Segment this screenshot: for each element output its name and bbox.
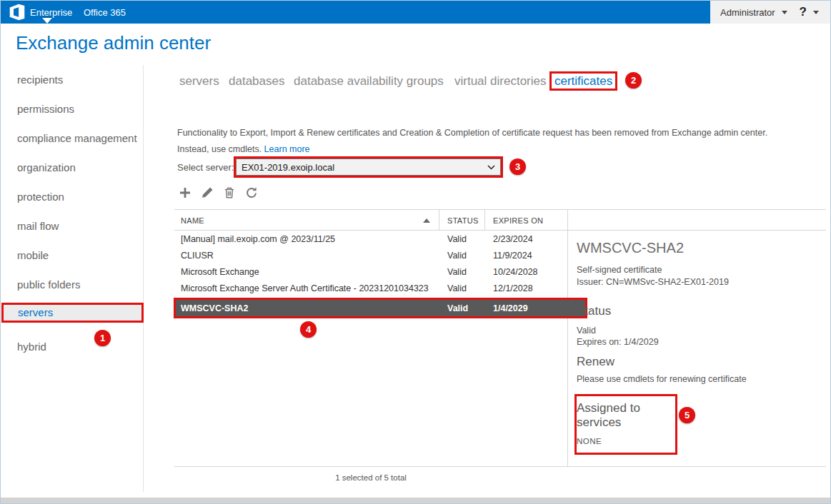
- assigned-to-services-heading: Assigned to services: [577, 401, 675, 430]
- tab-virtual-directories[interactable]: virtual directories: [454, 71, 547, 91]
- learn-more-link[interactable]: Learn more: [264, 144, 310, 154]
- table-row[interactable]: Microsoft Exchange Valid 10/24/2028: [174, 263, 567, 280]
- cert-expires: 2/23/2024: [493, 234, 567, 244]
- server-select-dropdown[interactable]: EX01-2019.exoip.local: [236, 158, 501, 176]
- help-caret-icon[interactable]: [813, 11, 819, 14]
- exchange-admin-center-window: Enterprise Office 365 Administrator ? Ex…: [0, 0, 831, 504]
- administrator-caret-icon[interactable]: [782, 11, 787, 14]
- table-row[interactable]: [Manual] mail.exoip.com @ 2023/11/25 Val…: [174, 231, 567, 247]
- annotation-box-assigned-to-services: Assigned to services NONE: [574, 394, 677, 455]
- sidebar-item-protection[interactable]: protection: [1, 182, 143, 211]
- cert-name: Microsoft Exchange Server Auth Certifica…: [174, 283, 447, 293]
- cert-status: Valid: [447, 303, 493, 313]
- office-logo-icon: [9, 4, 26, 21]
- add-icon[interactable]: [177, 185, 193, 201]
- details-status-heading: Status: [577, 304, 611, 318]
- tab-database-availability-groups[interactable]: database availability groups: [294, 71, 444, 91]
- tab-databases[interactable]: databases: [229, 71, 284, 91]
- sidebar-item-mail-flow[interactable]: mail flow: [1, 211, 143, 241]
- cert-status: Valid: [447, 283, 493, 293]
- cert-expires: 1/4/2029: [493, 303, 585, 313]
- user-area: Administrator ?: [710, 1, 829, 24]
- enterprise-selected-caret-icon: [42, 18, 52, 24]
- annotation-badge-1: 1: [94, 330, 111, 346]
- details-issuer: Issuer: CN=WMSvc-SHA2-EX01-2019: [577, 277, 729, 287]
- cert-expires: 11/9/2024: [493, 251, 567, 261]
- annotation-badge-3: 3: [509, 158, 526, 175]
- table-bottom-border: [174, 466, 826, 467]
- cert-status: Valid: [447, 267, 493, 277]
- cert-status: Valid: [447, 251, 493, 261]
- annotation-box-server-picker: EX01-2019.exoip.local: [234, 156, 503, 178]
- cert-expires: 12/1/2028: [493, 283, 567, 293]
- column-divider: [439, 210, 439, 230]
- table-row[interactable]: CLIUSR Valid 11/9/2024: [174, 247, 567, 263]
- sidebar-nav: recipients permissions compliance manage…: [1, 65, 144, 492]
- details-cert-type: Self-signed certificate: [577, 265, 662, 275]
- annotation-badge-4: 4: [300, 321, 317, 338]
- table-header: NAME STATUS EXPIRES ON: [174, 209, 826, 231]
- certificates-toolbar: [177, 185, 259, 201]
- chevron-down-icon: [487, 165, 495, 170]
- sidebar-item-organization[interactable]: organization: [1, 153, 143, 182]
- sidebar-item-recipients[interactable]: recipients: [1, 65, 143, 94]
- help-icon[interactable]: ?: [800, 5, 807, 19]
- assigned-to-services-value: NONE: [577, 437, 675, 445]
- details-title: WMSCVC-SHA2: [577, 240, 684, 256]
- tab-certificates[interactable]: certificates: [549, 71, 617, 91]
- refresh-icon[interactable]: [244, 185, 259, 201]
- details-renew-note: Please use cmdlets for renewing certific…: [577, 374, 747, 384]
- certificates-list: [Manual] mail.exoip.com @ 2023/11/25 Val…: [174, 231, 567, 318]
- cert-expires: 10/24/2028: [493, 267, 567, 277]
- table-row-selected[interactable]: WMSCVC-SHA2 Valid 1/4/2029: [176, 300, 585, 316]
- cert-name: WMSCVC-SHA2: [176, 303, 447, 313]
- cert-name: [Manual] mail.exoip.com @ 2023/11/25: [174, 234, 447, 244]
- cert-status: Valid: [447, 234, 493, 244]
- column-header-name[interactable]: NAME: [181, 216, 204, 225]
- sidebar-item-servers[interactable]: servers: [1, 303, 143, 332]
- sidebar-item-public-folders[interactable]: public folders: [1, 270, 143, 299]
- cert-name: CLIUSR: [174, 251, 447, 261]
- office365-tab[interactable]: Office 365: [84, 1, 126, 24]
- sidebar-item-mobile[interactable]: mobile: [1, 241, 143, 270]
- details-renew-heading: Renew: [577, 355, 614, 369]
- delete-trash-icon[interactable]: [222, 185, 237, 201]
- list-details-divider: [567, 209, 568, 467]
- select-server-label: Select server:: [177, 162, 234, 173]
- annotation-box-selected-row: WMSCVC-SHA2 Valid 1/4/2029: [174, 298, 587, 318]
- sort-ascending-icon: [423, 218, 430, 223]
- page-title: Exchange admin center: [16, 32, 211, 54]
- tab-servers[interactable]: servers: [179, 71, 219, 91]
- column-divider: [484, 210, 485, 230]
- edit-pencil-icon[interactable]: [199, 185, 215, 201]
- column-header-status[interactable]: STATUS: [447, 216, 479, 225]
- server-select-value: EX01-2019.exoip.local: [242, 162, 334, 173]
- annotation-badge-2: 2: [625, 72, 642, 89]
- window-bottom-bar: [1, 498, 830, 504]
- annotation-box-servers: servers: [1, 303, 144, 323]
- annotation-badge-5: 5: [679, 407, 695, 423]
- sidebar-item-permissions[interactable]: permissions: [1, 94, 143, 124]
- cert-name: Microsoft Exchange: [174, 267, 447, 277]
- sidebar-item-hybrid[interactable]: hybrid: [1, 332, 143, 361]
- details-expires-on: Expires on: 1/4/2029: [577, 337, 659, 347]
- notice-text: Functionality to Export, Import & Renew …: [177, 125, 792, 157]
- table-row[interactable]: Microsoft Exchange Server Auth Certifica…: [174, 280, 567, 296]
- details-status-value: Valid: [577, 326, 596, 336]
- sidebar-item-compliance-management[interactable]: compliance management: [1, 124, 143, 153]
- administrator-menu[interactable]: Administrator: [720, 7, 775, 18]
- column-header-expires-on[interactable]: EXPIRES ON: [493, 216, 543, 225]
- selection-count-status: 1 selected of 5 total: [174, 473, 567, 482]
